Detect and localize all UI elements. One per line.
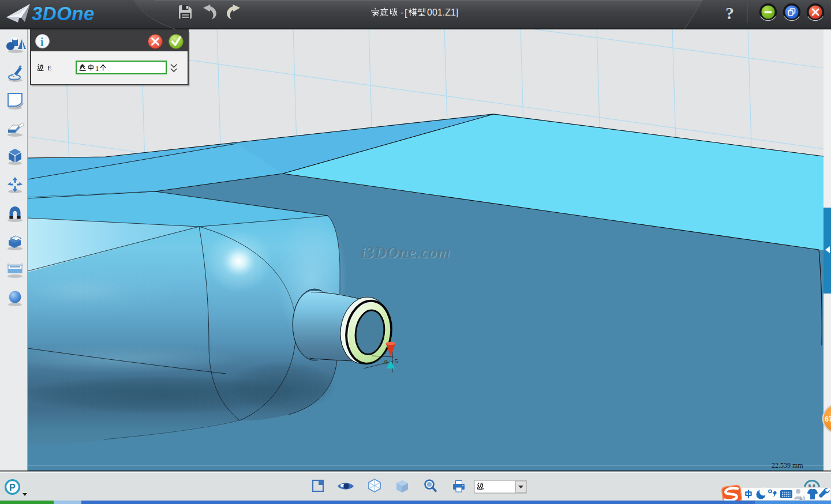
svg-text:0: 0 (384, 358, 388, 365)
svg-text:?: ? (725, 3, 734, 22)
svg-text:67: 67 (825, 415, 831, 423)
svg-text:5: 5 (395, 358, 398, 364)
svg-text:3DOne: 3DOne (32, 3, 95, 24)
svg-text:14: 14 (799, 495, 805, 501)
svg-text:E: E (47, 64, 51, 72)
svg-text:1: 1 (95, 64, 99, 73)
svg-text:-: - (400, 7, 403, 17)
svg-text:i3DOne.com: i3DOne.com (361, 243, 450, 261)
svg-text:P: P (9, 483, 16, 492)
svg-text:i: i (40, 36, 44, 48)
svg-text:[: [ (405, 7, 407, 18)
svg-text:001.Z1]: 001.Z1] (427, 7, 458, 17)
